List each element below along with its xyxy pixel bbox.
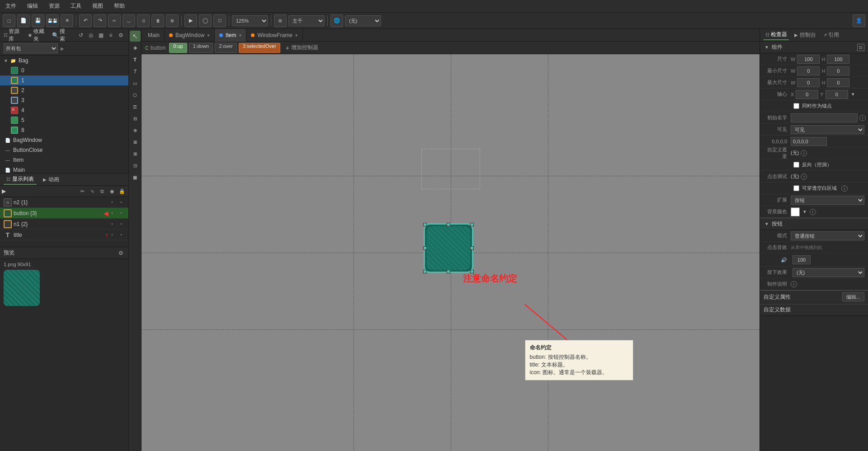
new-btn[interactable]: □ <box>3 14 15 27</box>
resize-tool[interactable]: ⊡ <box>130 160 141 171</box>
layer-title-dot1[interactable]: • <box>108 231 116 239</box>
layer-copy-btn[interactable]: ⧉ <box>98 187 107 196</box>
tree-item-5[interactable]: 5 <box>0 115 128 125</box>
press-effect-select[interactable]: (无) <box>793 268 864 277</box>
cut-btn[interactable]: ✂ <box>108 14 121 27</box>
align-btn[interactable]: ⊞ <box>274 14 287 27</box>
tree-item-bagwindow[interactable]: 📄 BagWindow <box>0 135 128 145</box>
custom-data-header[interactable]: 自定义数据 <box>760 304 868 316</box>
layer-curve-btn[interactable]: ∿ <box>88 187 97 196</box>
favorites-label[interactable]: ★ 收藏夹 <box>28 28 49 43</box>
rect-tool[interactable]: ▭ <box>130 78 141 89</box>
close-btn[interactable]: ✕ <box>61 14 73 27</box>
state-3-selectedover[interactable]: 3:selectedOver <box>239 43 280 53</box>
del-btn[interactable]: 🗑 <box>151 14 164 27</box>
tree-item-3[interactable]: 3 <box>0 95 128 105</box>
teal-button[interactable] <box>424 223 473 273</box>
pivot-y-input[interactable] <box>826 90 848 99</box>
handle-mr[interactable] <box>470 246 474 250</box>
handle-br[interactable] <box>470 270 474 273</box>
package-filter[interactable]: 所有包 <box>4 43 58 53</box>
layer-btn-dot2[interactable]: • <box>118 210 125 217</box>
refresh-icon[interactable]: ↺ <box>77 31 85 39</box>
tree-item-bag[interactable]: ▼ 📁 Bag <box>0 56 128 66</box>
undo-btn[interactable]: ↶ <box>79 14 92 27</box>
layer-n2-dot2[interactable]: • <box>118 199 125 206</box>
min-width-input[interactable] <box>797 66 820 75</box>
max-width-input[interactable] <box>797 78 820 87</box>
state-2-over[interactable]: 2:over <box>215 43 237 53</box>
width-input[interactable] <box>797 55 820 64</box>
height-input[interactable] <box>827 55 849 64</box>
handle-tr[interactable] <box>470 223 474 226</box>
pivot-expand[interactable]: ▼ <box>850 91 856 98</box>
custom-prop-edit-btn[interactable]: 编辑... <box>842 292 864 301</box>
handle-tm[interactable] <box>447 223 450 226</box>
display-list-tab[interactable]: ☷ 显示列表 <box>4 174 37 185</box>
publish-btn[interactable]: ▶ <box>184 14 197 27</box>
handle-bm[interactable] <box>447 270 450 273</box>
expand-all[interactable]: ▶ <box>61 46 64 51</box>
paste-btn[interactable]: ⎙ <box>137 14 150 27</box>
code-btn[interactable]: ☐ <box>213 14 226 27</box>
tree-item-1[interactable]: 1 <box>0 75 128 85</box>
zoom-select[interactable]: 125% <box>232 15 268 26</box>
same-as-anchor-checkbox[interactable] <box>793 103 799 109</box>
note-info[interactable]: i <box>791 281 797 287</box>
tree-item-main[interactable]: 📄 Main <box>0 165 128 173</box>
custom-prop-header[interactable]: 自定义属性 编辑... <box>760 290 868 304</box>
account-btn[interactable]: 👤 <box>853 14 865 27</box>
resize-icon[interactable]: ⊡ <box>857 44 864 51</box>
menu-file[interactable]: 文件 <box>4 1 18 11</box>
grid-tool[interactable]: ▦ <box>130 172 141 183</box>
text-tool[interactable]: T <box>130 54 141 65</box>
extra-btn[interactable]: ⊞ <box>166 14 179 27</box>
layer-n2[interactable]: n n2 {1} • • <box>0 197 128 208</box>
init-name-input[interactable] <box>791 113 858 122</box>
expand-select[interactable]: 按钮 <box>791 196 864 205</box>
menu-help[interactable]: 帮助 <box>112 1 127 11</box>
bg-color-expand[interactable]: ▼ <box>802 209 808 215</box>
handle-ml[interactable] <box>423 246 427 250</box>
layer-title[interactable]: T title ↑ • • <box>0 230 128 240</box>
add-controller-btn[interactable]: + 增加控制器 <box>286 44 318 52</box>
select-tool[interactable]: ↖ <box>130 31 141 42</box>
layer-n1-dot1[interactable]: • <box>108 221 116 228</box>
layer-n1-dot2[interactable]: • <box>118 221 125 228</box>
list-tool[interactable]: ☰ <box>130 101 141 112</box>
layer-n1[interactable]: n1 {2} • • <box>0 219 128 230</box>
tree-item-buttonclose[interactable]: — ButtonClose <box>0 145 128 155</box>
menu-view[interactable]: 视图 <box>90 1 105 11</box>
locate-icon[interactable]: ◎ <box>87 31 95 39</box>
poly-tool[interactable]: ⬡ <box>130 89 141 100</box>
menu-resource[interactable]: 资源 <box>47 1 61 11</box>
refresh-btn[interactable]: ◯ <box>199 14 212 27</box>
layer-edit-btn[interactable]: ✏ <box>78 187 87 196</box>
tab-main[interactable]: Main <box>143 29 165 42</box>
tab-windowframe[interactable]: WindowFrame ● <box>246 29 302 42</box>
save-all-btn[interactable]: 💾💾 <box>46 14 59 27</box>
list-icon[interactable]: ≡ <box>107 31 115 39</box>
tree-item-0[interactable]: 0 <box>0 66 128 75</box>
component-header[interactable]: ▼ 组件 ⊡ <box>760 42 868 53</box>
redo-btn[interactable]: ↷ <box>94 14 106 27</box>
open-btn[interactable]: 📄 <box>17 14 30 27</box>
anchor-tool[interactable]: ⊞ <box>130 148 141 159</box>
animation-tab[interactable]: ▶ 动画 <box>40 175 62 184</box>
click-test-info[interactable]: i <box>801 174 807 180</box>
tab-reference[interactable]: ↗ 引用 <box>821 30 841 40</box>
settings-icon[interactable]: ⚙ <box>117 31 125 39</box>
canvas-area[interactable]: 注意命名约定 命名约定 button: 按钮控制器名称。 title: 文本标 <box>142 54 760 451</box>
state-1-down[interactable]: 1:down <box>189 43 213 53</box>
state-0-up[interactable]: 0:up <box>169 43 187 53</box>
copy-btn[interactable]: ◡ <box>123 14 135 27</box>
volume-input[interactable] <box>793 255 811 264</box>
globe-btn[interactable]: 🌐 <box>330 14 343 27</box>
layer-title-dot2[interactable]: • <box>118 231 125 239</box>
reverse-mask-checkbox[interactable] <box>793 162 799 168</box>
bg-color-swatch[interactable] <box>791 207 800 216</box>
init-name-info[interactable]: i <box>859 115 866 121</box>
tab-inspector[interactable]: ☷ 检查器 <box>764 30 789 40</box>
overflow-select[interactable]: 可见 <box>791 125 864 134</box>
save-btn[interactable]: 💾 <box>32 14 44 27</box>
